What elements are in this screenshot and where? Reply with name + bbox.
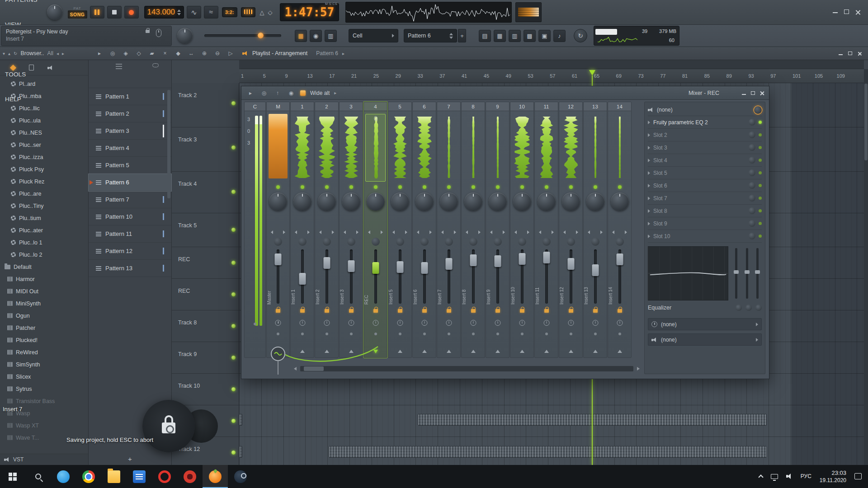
pan-knob[interactable] [391, 192, 409, 211]
browser-item[interactable]: Wasp XT [0, 419, 88, 432]
maximize-icon[interactable] [844, 9, 849, 14]
playlist-titlebar[interactable]: Playlist - Arrangement Pattern 6 ▸ [242, 50, 344, 56]
pattern-item[interactable]: Pattern 5 [89, 157, 171, 174]
eq-high-knob[interactable] [755, 305, 762, 311]
slot-enable-led[interactable] [759, 222, 762, 225]
arrow-right-icon[interactable] [356, 230, 359, 234]
volume-fader[interactable] [374, 249, 377, 304]
slot-mix-knob[interactable] [749, 182, 755, 189]
slot-enable-led[interactable] [759, 184, 762, 187]
pattern-spinner[interactable] [449, 33, 453, 39]
volume-fader[interactable] [594, 249, 597, 304]
metronome-icon[interactable]: △ [260, 9, 264, 15]
stereo-knob[interactable] [542, 238, 551, 246]
slot-enable-led[interactable] [759, 197, 762, 200]
menu-help[interactable]: HELP [0, 87, 42, 112]
slip-tool-icon[interactable]: ↔ [187, 50, 196, 56]
slot-mix-knob[interactable] [749, 220, 755, 227]
fader-handle[interactable] [372, 262, 379, 274]
close-icon[interactable] [760, 91, 764, 95]
slot-mix-knob[interactable] [749, 131, 755, 138]
fx-slot[interactable]: Slot 6 [648, 179, 762, 192]
route-arrow-icon[interactable] [276, 350, 280, 353]
browser-filter[interactable]: All [47, 50, 53, 56]
browser-item[interactable]: Pluc..ula [0, 114, 88, 127]
arrow-right-icon[interactable] [307, 230, 310, 234]
pattern-item[interactable]: Pattern 13 [89, 260, 171, 277]
arrow-left-icon[interactable] [271, 230, 273, 234]
playlist-menu-icon[interactable]: ▸ [342, 51, 344, 56]
focus-selector-value[interactable]: Cell [353, 33, 363, 39]
channel-led[interactable] [349, 185, 353, 189]
fx-slot[interactable]: Fruity parametric EQ 2 [648, 116, 762, 129]
track-status-light[interactable] [231, 450, 236, 455]
record-button[interactable] [124, 6, 139, 19]
pattern-item[interactable]: Pattern 1 [89, 88, 171, 105]
taskbar-app-skype[interactable] [51, 465, 76, 488]
browser-item[interactable]: Plu..NES [0, 127, 88, 139]
maximize-icon[interactable] [848, 52, 852, 55]
piano-roll-window-icon[interactable]: ▦ [494, 30, 506, 42]
language-indicator[interactable]: РУС [801, 473, 811, 479]
pattern-clip[interactable] [239, 446, 242, 458]
arrow-right-icon[interactable] [625, 230, 627, 234]
countdown-icon[interactable]: ◇ [268, 9, 273, 15]
track-status-light[interactable] [231, 228, 236, 232]
track-name-cell[interactable]: Track 4 [172, 172, 239, 213]
mixer-channel-master[interactable]: MMaster [266, 102, 290, 358]
browser-item[interactable]: Harmor [0, 273, 88, 285]
fader-handle[interactable] [567, 258, 574, 270]
channel-number[interactable]: 10 [510, 102, 533, 111]
channel-number[interactable]: 13 [584, 102, 607, 111]
audio-output-value[interactable]: (none) [661, 337, 677, 343]
fader-handle[interactable] [592, 264, 599, 276]
arrow-right-icon[interactable] [600, 230, 603, 234]
pattern-item[interactable]: Pattern 6 [89, 174, 171, 191]
network-icon[interactable] [771, 474, 778, 479]
record-arm-icon[interactable] [495, 309, 500, 313]
volume-fader[interactable] [545, 249, 548, 304]
channel-led[interactable] [301, 185, 304, 189]
track-name-cell[interactable]: REC [172, 279, 239, 310]
mixer-channel-c[interactable]: C303 [244, 102, 266, 358]
volume-fader[interactable] [301, 249, 304, 304]
pattern-item[interactable]: Pattern 10 [89, 208, 171, 225]
pan-knob[interactable] [562, 192, 580, 211]
menu-patterns[interactable]: PATTERNS [0, 0, 42, 12]
master-volume-knob[interactable] [177, 28, 193, 43]
route-arrow-icon[interactable] [398, 350, 402, 353]
menu-tools[interactable]: TOOLS [0, 62, 42, 87]
pat-mode-label[interactable]: PAT [68, 6, 87, 10]
delete-tool-icon[interactable]: × [160, 50, 170, 56]
refresh-icon[interactable]: ↻ [14, 51, 17, 56]
audio-output-row[interactable]: (none) [648, 333, 762, 346]
volume-fader[interactable] [423, 249, 426, 304]
mixer-header[interactable]: ▸◎↑◉ Wide alt ▸ Mixer - REC [241, 86, 769, 100]
play-pause-button[interactable] [90, 6, 104, 19]
nudge-left-icon[interactable]: ∿ [187, 6, 201, 19]
plugin-presets-icon[interactable] [47, 65, 53, 70]
stereo-knob[interactable] [518, 238, 526, 246]
volume-fader[interactable] [350, 249, 353, 304]
channel-led[interactable] [472, 185, 475, 189]
route-arrow-icon[interactable] [471, 350, 476, 353]
master-pitch-slider[interactable] [204, 34, 281, 37]
channel-led[interactable] [545, 185, 548, 189]
eq-low-fader[interactable] [735, 248, 737, 299]
browser-item[interactable]: SimSynth [0, 358, 88, 371]
pan-knob[interactable] [342, 192, 360, 211]
browser-item[interactable]: Plucked! [0, 334, 88, 346]
channel-number[interactable]: 2 [315, 102, 338, 111]
volume-fader[interactable] [448, 249, 450, 304]
record-arm-icon[interactable] [569, 309, 573, 313]
mixer-channel-insert-14[interactable]: 14Insert 14 [608, 102, 632, 358]
track-status-light[interactable] [231, 190, 236, 194]
volume-fader[interactable] [399, 249, 401, 304]
mixer-channel-rec[interactable]: 4REC [363, 102, 387, 358]
mixer-channel-insert-6[interactable]: 6Insert 6 [412, 102, 436, 358]
slot-mix-knob[interactable] [749, 207, 755, 214]
track-status-light[interactable] [231, 419, 236, 423]
browser-item[interactable]: Pluc..izza [0, 151, 88, 163]
channel-number[interactable]: 5 [388, 102, 411, 111]
link-windows-icon[interactable]: ◉ [310, 30, 322, 42]
